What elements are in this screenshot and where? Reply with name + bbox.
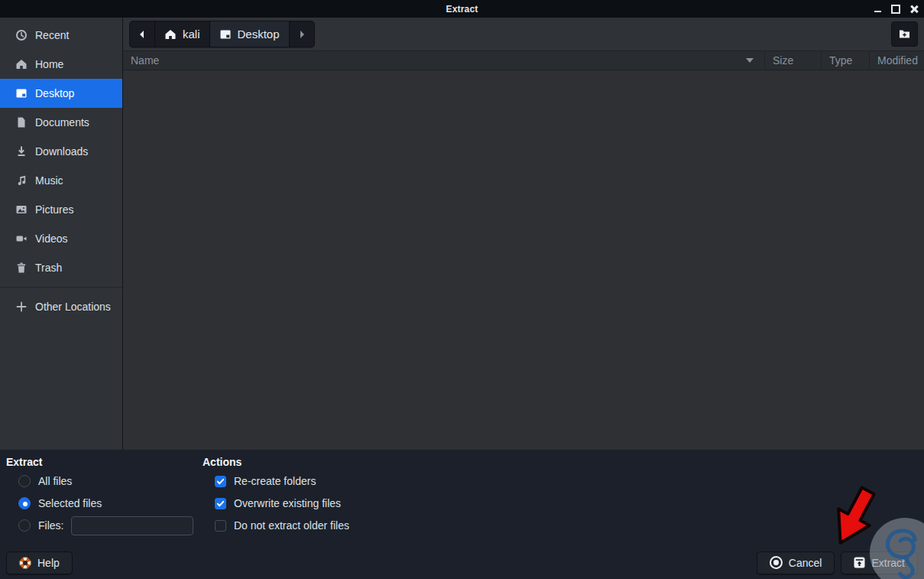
minimize-button[interactable] bbox=[872, 4, 883, 15]
extract-dialog-window: Extract Recent Home Desktop bbox=[0, 0, 924, 579]
column-header-size[interactable]: Size bbox=[764, 51, 821, 70]
file-list-area[interactable] bbox=[123, 70, 924, 450]
sidebar-separator bbox=[0, 287, 122, 288]
breadcrumb: kali Desktop bbox=[129, 21, 315, 47]
cancel-button[interactable]: Cancel bbox=[757, 551, 835, 574]
chevron-left-icon bbox=[136, 28, 148, 41]
home-icon bbox=[15, 58, 28, 70]
column-header-name[interactable]: Name bbox=[123, 51, 764, 70]
sidebar-item-label: Pictures bbox=[35, 203, 74, 216]
breadcrumb-desktop[interactable]: Desktop bbox=[210, 21, 290, 47]
breadcrumb-label: kali bbox=[183, 28, 200, 41]
column-label: Type bbox=[829, 54, 852, 67]
radio-button-selected[interactable] bbox=[18, 497, 31, 509]
actions-group-title: Actions bbox=[203, 456, 349, 468]
breadcrumb-home-kali[interactable]: kali bbox=[155, 21, 210, 47]
sidebar-item-label: Other Locations bbox=[35, 301, 111, 313]
sort-descending-icon bbox=[746, 58, 754, 63]
radio-button[interactable] bbox=[18, 475, 31, 487]
document-icon bbox=[15, 116, 28, 128]
download-icon bbox=[15, 145, 28, 158]
sidebar-item-other-locations[interactable]: Other Locations bbox=[0, 292, 122, 321]
maximize-button[interactable] bbox=[890, 4, 901, 15]
sidebar-item-videos[interactable]: Videos bbox=[0, 224, 122, 253]
new-folder-button[interactable] bbox=[891, 21, 918, 47]
radio-label[interactable]: All files bbox=[38, 475, 72, 487]
breadcrumb-label: Desktop bbox=[238, 28, 280, 41]
column-header-modified[interactable]: Modified bbox=[869, 51, 924, 70]
sidebar-item-pictures[interactable]: Pictures bbox=[0, 195, 122, 224]
sidebar-item-label: Home bbox=[35, 58, 63, 70]
radio-files[interactable]: Files: bbox=[18, 519, 203, 532]
column-label: Size bbox=[773, 54, 793, 67]
sidebar-item-label: Documents bbox=[35, 116, 89, 128]
dialog-footer: Help Cancel Extract bbox=[0, 546, 924, 579]
checkbox-overwrite-existing[interactable]: Overwrite existing files bbox=[215, 496, 349, 510]
folder-plus-icon bbox=[898, 28, 911, 41]
radio-label[interactable]: Selected files bbox=[38, 497, 102, 509]
clock-icon bbox=[15, 29, 28, 41]
maximize-icon bbox=[891, 5, 900, 14]
checkbox-checked[interactable] bbox=[215, 498, 226, 509]
column-label: Modified bbox=[877, 54, 918, 67]
radio-selected-files[interactable]: Selected files bbox=[18, 496, 203, 510]
actions-group: Actions Re-create folders Overwrite exis… bbox=[203, 456, 349, 546]
sidebar-item-trash[interactable]: Trash bbox=[0, 253, 122, 282]
extract-button-label: Extract bbox=[871, 557, 905, 569]
plus-icon bbox=[15, 301, 28, 313]
back-button[interactable] bbox=[130, 21, 155, 47]
desktop-icon bbox=[219, 28, 232, 41]
sidebar-item-label: Downloads bbox=[35, 145, 88, 158]
extract-button[interactable]: Extract bbox=[841, 551, 918, 574]
music-note-icon bbox=[15, 174, 28, 187]
sidebar-item-downloads[interactable]: Downloads bbox=[0, 137, 122, 166]
sidebar-item-home[interactable]: Home bbox=[0, 50, 122, 79]
home-icon bbox=[164, 28, 177, 41]
checkbox-label[interactable]: Do not extract older files bbox=[234, 519, 349, 532]
checkbox-label[interactable]: Re-create folders bbox=[234, 475, 316, 487]
window-title: Extract bbox=[0, 4, 924, 15]
desktop-icon bbox=[15, 87, 28, 99]
radio-all-files[interactable]: All files bbox=[18, 474, 203, 488]
checkbox-checked[interactable] bbox=[215, 476, 226, 487]
lifebuoy-help-icon bbox=[19, 557, 31, 569]
checkbox-label[interactable]: Overwrite existing files bbox=[234, 497, 341, 509]
checkbox-no-extract-older[interactable]: Do not extract older files bbox=[215, 519, 349, 532]
sidebar-item-label: Trash bbox=[35, 262, 62, 274]
files-pattern-input[interactable] bbox=[71, 516, 193, 535]
archive-extract-icon bbox=[854, 557, 865, 568]
sidebar-item-label: Videos bbox=[35, 233, 68, 245]
path-toolbar: kali Desktop bbox=[123, 18, 924, 50]
extract-group: Extract All files Selected files Files: bbox=[6, 456, 203, 546]
close-button[interactable] bbox=[909, 4, 919, 15]
extract-group-title: Extract bbox=[6, 456, 203, 468]
radio-label[interactable]: Files: bbox=[38, 519, 63, 532]
sidebar-item-label: Recent bbox=[35, 29, 69, 41]
forward-button[interactable] bbox=[290, 21, 314, 47]
minimize-icon bbox=[874, 11, 881, 12]
cancel-circle-icon bbox=[770, 556, 783, 569]
column-label: Name bbox=[131, 54, 159, 67]
sidebar-item-music[interactable]: Music bbox=[0, 166, 122, 195]
window-controls bbox=[872, 0, 919, 18]
picture-icon bbox=[15, 203, 28, 216]
sidebar-item-label: Music bbox=[35, 174, 63, 187]
checkbox-unchecked[interactable] bbox=[215, 520, 226, 532]
sidebar-item-documents[interactable]: Documents bbox=[0, 108, 122, 137]
chevron-right-icon bbox=[296, 28, 308, 41]
column-header-type[interactable]: Type bbox=[821, 51, 869, 70]
trash-icon bbox=[15, 262, 28, 274]
close-icon bbox=[910, 5, 918, 13]
extract-options-panel: Extract All files Selected files Files: … bbox=[0, 450, 924, 546]
places-sidebar: Recent Home Desktop Documents Downloads bbox=[0, 18, 123, 450]
checkbox-recreate-folders[interactable]: Re-create folders bbox=[215, 474, 349, 488]
cancel-button-label: Cancel bbox=[789, 557, 822, 569]
sidebar-item-desktop[interactable]: Desktop bbox=[0, 79, 122, 108]
help-button-label: Help bbox=[37, 557, 60, 569]
titlebar[interactable]: Extract bbox=[0, 0, 924, 18]
help-button[interactable]: Help bbox=[6, 551, 73, 574]
list-column-headers: Name Size Type Modified bbox=[123, 50, 924, 70]
radio-button[interactable] bbox=[18, 519, 31, 532]
sidebar-item-recent[interactable]: Recent bbox=[0, 21, 122, 50]
sidebar-item-label: Desktop bbox=[35, 87, 74, 99]
